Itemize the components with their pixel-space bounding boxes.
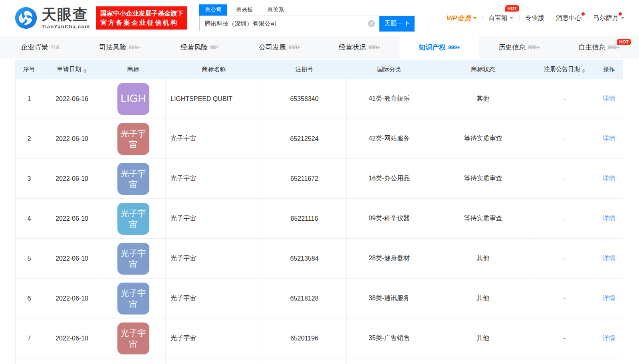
search-input-wrap: ✕ [199,16,379,31]
sort-icon[interactable] [582,69,585,73]
certification-badge: 国家中小企业发展子基金旗下 官方备案企业征信机构 [96,6,187,30]
status-cell: 等待实质审查 [432,119,534,159]
sort-icon[interactable] [83,69,87,73]
clear-icon[interactable]: ✕ [368,20,375,27]
col-header-index: 序号 [15,60,43,79]
detail-link[interactable]: 详情 [603,255,615,261]
trademark-image[interactable]: 光子宇宙 [117,203,149,235]
search-input[interactable] [200,16,379,31]
status-cell: 其他 [432,239,534,279]
apply-date-cell: 2022-06-10 [43,199,101,239]
trademark-image-cell: 光子宇宙 [101,318,166,358]
reg-number-cell: 65211672 [262,159,347,199]
apply-date-cell: 2022-06-10 [43,159,101,199]
action-cell: 详情 [595,318,623,358]
apply-date-cell: 2022-06-10 [43,119,101,159]
trademark-image[interactable]: 光子宇宙 [117,322,149,354]
announce-date-cell: - [534,159,595,199]
row-index-cell: 1 [15,79,43,119]
cert-line-2: 官方备案企业征信机构 [100,18,183,27]
trademark-name-cell: 光子宇宙 [166,119,262,159]
trademark-image[interactable]: 光子宇宙 [117,283,149,315]
table-row: 5 2022-06-10 光子宇宙 光子宇宙 65213584 28类-健身器材… [15,239,623,279]
apply-date-cell: 2022-06-10 [43,279,101,318]
brand-logo[interactable]: 天眼查 TianYanCha.com [14,6,90,30]
table-row: 4 2022-06-10 光子宇宙 光子宇宙 65221116 09类-科学仪器… [15,199,623,239]
action-cell: 详情 [595,79,623,119]
row-index-cell: 7 [15,318,43,358]
trademark-table: 序号 申请日期 商标 商标名称 注册号 国际分类 商标状态 注册公告日期 操作 … [15,60,623,364]
detail-link[interactable]: 详情 [603,215,615,222]
pro-version-link[interactable]: 专业版 [525,14,544,22]
search-button[interactable]: 天眼一下 [379,16,415,32]
col-header-announce-date[interactable]: 注册公告日期 [534,60,595,79]
action-cell: 详情 [595,199,623,239]
tab-judicial-risk[interactable]: 司法风险 999+ [80,36,160,59]
trademark-name-cell: 光子宇宙 [166,279,262,318]
detail-link[interactable]: 详情 [603,95,615,102]
hot-badge: HOT [505,5,519,12]
brand-domain: TianYanCha.com [42,24,90,29]
search-tab-boss[interactable]: 查老板 [230,4,258,16]
toolbox-label: 百宝箱 [488,14,508,22]
search-tab-company[interactable]: 查公司 [199,4,227,16]
intl-class-cell: 42类-网站服务 [347,119,432,159]
announce-date-cell: - [534,119,595,159]
col-header-status: 商标状态 [432,60,534,79]
trademark-table-section: 序号 申请日期 商标 商标名称 注册号 国际分类 商标状态 注册公告日期 操作 … [15,60,624,364]
intl-class-cell: 09类-科学仪器 [347,199,432,239]
detail-link[interactable]: 详情 [603,135,615,142]
tab-operation-status[interactable]: 经营状况 999+ [320,36,399,59]
tab-operation-risk[interactable]: 经营风险 984 [160,36,240,59]
apply-date-cell: 2022-06-10 [43,239,101,279]
message-center-link[interactable]: 消息中心 [556,14,581,22]
vip-member-link[interactable]: VIP会员 [447,14,477,23]
status-cell: 其他 [432,79,534,119]
tab-history-info[interactable]: 历史信息 999+ [479,36,559,59]
nav-divider [587,15,587,21]
tab-company-background[interactable]: 企业背景 218 [0,36,80,59]
announce-date-cell: - [534,79,595,119]
detail-link[interactable]: 详情 [603,175,615,182]
row-index-cell: 3 [15,159,43,199]
pro-label: 专业版 [525,14,544,22]
intl-class-cell: 41类-教育娱乐 [347,79,432,119]
action-cell: 详情 [595,239,623,279]
col-header-apply-date[interactable]: 申请日期 [43,60,101,79]
table-row: 7 2022-06-10 光子宇宙 光子宇宙 65201196 35类-广告销售… [15,318,623,358]
trademark-image[interactable]: LIGH [117,83,149,115]
hot-badge: HOT [617,39,631,45]
detail-link[interactable]: 详情 [603,334,615,341]
top-header: 天眼查 TianYanCha.com 国家中小企业发展子基金旗下 官方备案企业征… [0,0,639,36]
reg-number-cell: 65213584 [262,239,347,279]
trademark-image[interactable]: 光子宇宙 [117,123,149,155]
tab-self-info[interactable]: HOT 自主信息 999+ [559,36,639,59]
tab-intellectual-property[interactable]: 知识产权 999+ [399,36,479,59]
status-cell: 等待实质审查 [432,159,534,199]
trademark-name-cell: LIGHTSPEED QUBIT [166,79,262,119]
table-row: 3 2022-06-10 光子宇宙 光子宇宙 65211672 16类-办公用品… [15,159,623,199]
col-header-trademark: 商标 [101,60,166,79]
trademark-name-cell: 光子宇宙 [166,159,262,199]
action-cell: 详情 [595,159,623,199]
trademark-name-cell: 光子宇宙 [166,239,262,279]
vip-label: VIP会员 [447,14,471,23]
nav-divider [550,15,550,21]
col-header-action: 操作 [595,60,623,79]
search-tab-relation[interactable]: 查关系 [262,4,290,16]
user-menu[interactable]: 马尔萨月 [593,14,625,22]
trademark-image[interactable]: 光子宇宙 [117,243,149,275]
col-header-reg-number: 注册号 [262,60,347,79]
trademark-image-cell: 光子宇宙 [101,279,166,318]
detail-link[interactable]: 详情 [603,295,615,301]
nav-divider [519,15,520,21]
col-header-intl-class: 国际分类 [347,60,432,79]
toolbox-link[interactable]: HOT 百宝箱 [488,14,514,22]
search-row: ✕ 天眼一下 [199,16,415,32]
tab-company-development[interactable]: 公司发展 999+ [240,36,320,59]
status-cell: 等待实质审查 [432,199,534,239]
status-cell: 其他 [432,279,534,318]
brand-name: 天眼查 [42,7,90,22]
trademark-image[interactable]: 光子宇宙 [117,163,149,195]
chevron-down-icon [621,17,625,19]
